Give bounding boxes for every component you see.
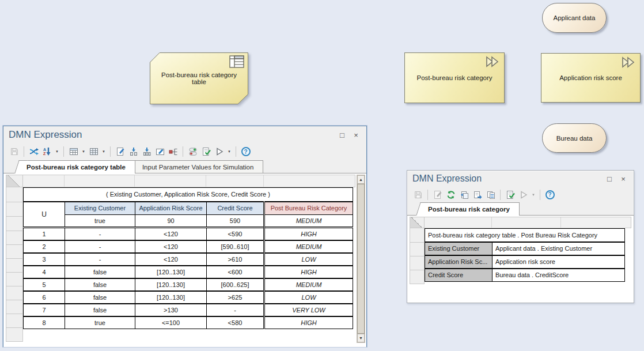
vertical-scrollbar[interactable]: ▲ ▼ (357, 175, 365, 343)
row-header[interactable] (6, 273, 23, 286)
rule-link-icon[interactable] (167, 146, 179, 158)
row-header[interactable] (6, 231, 23, 245)
rule-number[interactable]: 1 (24, 228, 65, 240)
binding-value[interactable]: Application risk score (493, 255, 625, 269)
rule-input-cell[interactable]: - (65, 240, 135, 253)
rule-output-cell[interactable]: HIGH (264, 316, 353, 329)
test-value-cell[interactable]: true (65, 215, 135, 228)
rule-number[interactable]: 7 (24, 304, 65, 316)
rule-number[interactable]: 3 (24, 253, 65, 266)
test-value-cell[interactable]: 90 (135, 215, 207, 228)
grid-corner-cell[interactable] (6, 175, 23, 187)
maximize-button[interactable]: □ (335, 131, 349, 139)
binding-parameter[interactable]: Application Risk Sc... (425, 255, 493, 269)
run-simulation-icon[interactable] (213, 146, 225, 158)
row-header[interactable] (6, 286, 23, 300)
rule-input-cell[interactable]: false (65, 278, 135, 291)
grid-style-icon[interactable] (88, 146, 100, 158)
edit-expression-icon[interactable] (431, 188, 444, 201)
table-style-dropdown-icon[interactable]: ▼ (81, 150, 86, 153)
shuffle-icon[interactable] (28, 146, 40, 158)
unmerge-columns-icon[interactable] (141, 146, 153, 158)
row-header[interactable] (6, 300, 23, 314)
edit-expression-icon[interactable] (114, 146, 126, 158)
decision-shape-application-risk-score[interactable]: Application risk score (541, 53, 641, 103)
scroll-up-icon[interactable]: ▲ (357, 175, 365, 184)
binding-value[interactable]: Applicant data . Existing Customer (493, 242, 625, 255)
rule-input-cell[interactable]: false (65, 291, 135, 304)
rule-input-cell[interactable]: >625 (207, 291, 264, 304)
tab-post-bureau-risk-category-table[interactable]: Post-bureau risk category table (21, 160, 135, 173)
binding-parameter[interactable]: Existing Customer (425, 242, 493, 255)
input-data-shape-bureau-data[interactable]: Bureau data (542, 123, 607, 153)
sort-icon[interactable]: AZ (41, 146, 53, 158)
help-icon[interactable]: ? (544, 188, 556, 201)
run-dropdown-icon[interactable]: ▼ (226, 150, 232, 153)
rule-input-cell[interactable]: [590..610] (207, 240, 264, 253)
rule-input-cell[interactable]: [120..130] (135, 278, 207, 291)
paste-icon[interactable] (458, 188, 470, 201)
rule-input-cell[interactable]: <590 (207, 228, 264, 240)
rule-input-cell[interactable]: <=100 (135, 316, 207, 329)
binding-value[interactable]: Bureau data . CreditScore (493, 269, 625, 282)
run-simulation-icon[interactable] (517, 188, 529, 201)
validate-icon[interactable] (504, 188, 516, 201)
row-header[interactable] (6, 202, 23, 217)
rule-input-cell[interactable]: true (65, 316, 135, 329)
rule-input-cell[interactable]: - (65, 228, 135, 240)
row-header[interactable] (6, 314, 23, 328)
rule-input-cell[interactable]: [600..625] (207, 278, 264, 291)
row-header[interactable] (410, 270, 425, 284)
test-value-cell[interactable]: 590 (207, 215, 264, 228)
copy-grid-icon[interactable] (484, 188, 497, 201)
row-header[interactable] (410, 243, 425, 256)
maximize-button[interactable]: □ (603, 175, 616, 183)
rule-input-cell[interactable]: false (65, 304, 135, 316)
rule-input-cell[interactable]: <120 (135, 253, 207, 266)
output-column-header[interactable]: Post Bureau Risk Category (264, 202, 353, 215)
row-header[interactable] (6, 245, 23, 259)
input-data-shape-applicant-data[interactable]: Applicant data (542, 3, 607, 33)
input-column-header[interactable]: Credit Score (207, 202, 264, 215)
rule-output-cell[interactable]: HIGH (264, 228, 353, 240)
sort-dropdown-icon[interactable]: ▼ (54, 150, 60, 153)
export-icon[interactable] (471, 188, 483, 201)
rule-output-cell[interactable]: HIGH (264, 266, 353, 278)
row-header[interactable] (6, 187, 23, 202)
rule-output-cell[interactable]: MEDIUM (264, 240, 353, 253)
row-header[interactable] (6, 328, 23, 342)
rule-number[interactable]: 6 (24, 291, 65, 304)
rule-input-cell[interactable]: [120..130] (135, 291, 207, 304)
test-output-cell[interactable]: MEDIUM (264, 215, 353, 228)
rule-output-cell[interactable]: LOW (264, 253, 353, 266)
row-header[interactable] (6, 217, 23, 231)
decision-shape-post-bureau-risk-category[interactable]: Post-bureau risk category (404, 52, 505, 103)
table-style-icon[interactable] (67, 146, 79, 158)
bkm-shape-post-bureau-risk-category-table[interactable]: Post-bureau risk category table (150, 52, 248, 104)
rule-output-cell[interactable]: VERY LOW (264, 304, 353, 316)
scrollbar-track[interactable] (357, 184, 365, 334)
scrollbar-thumb[interactable] (357, 184, 365, 334)
close-button[interactable]: × (349, 131, 363, 139)
merge-columns-icon[interactable] (127, 146, 139, 158)
input-column-header[interactable]: Existing Customer (65, 202, 135, 215)
scroll-down-icon[interactable]: ▼ (357, 334, 365, 342)
run-dropdown-icon[interactable]: ▼ (531, 193, 536, 197)
rule-number[interactable]: 5 (24, 278, 65, 291)
binding-parameter[interactable]: Credit Score (425, 269, 493, 282)
input-column-header[interactable]: Application Risk Score (135, 202, 207, 215)
rule-number[interactable]: 8 (24, 316, 65, 329)
help-icon[interactable]: ? (240, 146, 252, 158)
tab-post-bureau-risk-category[interactable]: Post-bureau risk category (422, 202, 520, 216)
grid-corner-cell[interactable] (410, 217, 425, 228)
refresh-icon[interactable] (445, 188, 457, 201)
rule-input-cell[interactable]: >610 (207, 253, 264, 266)
save-icon[interactable] (8, 146, 20, 158)
row-header[interactable] (410, 228, 425, 243)
tab-input-parameter-values[interactable]: Input Parameter Values for Simulation (137, 160, 263, 173)
rule-input-cell[interactable]: - (65, 253, 135, 266)
rule-input-cell[interactable]: <600 (207, 266, 264, 278)
rule-input-cell[interactable]: - (207, 304, 264, 316)
rule-input-cell[interactable]: <120 (135, 228, 207, 240)
close-button[interactable]: × (616, 175, 630, 183)
